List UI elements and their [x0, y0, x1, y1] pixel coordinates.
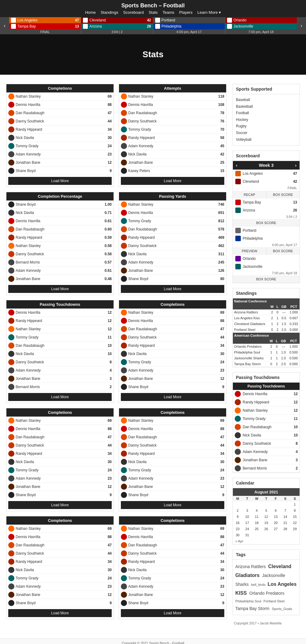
- cal-day[interactable]: 28: [281, 526, 290, 532]
- completions6-load-more[interactable]: Load More: [121, 609, 224, 617]
- calendar-prev[interactable]: « Apr: [233, 538, 300, 544]
- comppct-load-more[interactable]: Load More: [8, 285, 112, 293]
- nav-home[interactable]: Home: [85, 10, 96, 15]
- tag-item[interactable]: bell_birds: [251, 583, 266, 586]
- cal-day[interactable]: 1: [290, 501, 300, 507]
- cal-day[interactable]: 10: [242, 514, 252, 520]
- gb: 2.0: [280, 327, 288, 333]
- nav-stats[interactable]: Stats: [149, 10, 158, 15]
- cal-day[interactable]: 19: [261, 520, 271, 526]
- table-row: Jonathan Bane 25: [119, 159, 226, 167]
- player-score: 8: [96, 358, 114, 366]
- player-score: 34: [209, 450, 226, 458]
- cal-day[interactable]: 27: [271, 526, 281, 532]
- completions5-load-more[interactable]: Load More: [8, 609, 112, 617]
- cal-day[interactable]: 30: [233, 532, 242, 538]
- losses: 2: [275, 327, 280, 333]
- player-icon: [121, 550, 127, 556]
- player-icon: [121, 567, 127, 573]
- player-name: Danny Southwick: [243, 441, 271, 446]
- scoreboard-next-arrow[interactable]: ›: [295, 163, 297, 168]
- attempts-load-more[interactable]: Load More: [121, 177, 224, 185]
- player-icon: [121, 168, 127, 174]
- table-row: Nathan Stanley 118: [119, 92, 226, 101]
- scoreboard-game-btn[interactable]: BOX SCORE: [233, 276, 300, 283]
- cal-day: [252, 532, 261, 538]
- player-icon: [121, 459, 127, 465]
- cal-day[interactable]: 3: [242, 507, 252, 514]
- scoreboard-prev-arrow[interactable]: ‹: [236, 163, 237, 168]
- calendar-month: August 2021: [233, 488, 300, 496]
- ticker-next-arrow[interactable]: ›: [297, 17, 306, 34]
- player-cell: Danny Southwick: [119, 441, 209, 450]
- table-row: Nathan Stanley 69: [119, 525, 226, 533]
- player-name: Shane Boyd: [16, 493, 35, 497]
- calendar-title: Calendar: [233, 478, 300, 488]
- completions4-load-more[interactable]: Load More: [121, 501, 224, 509]
- nav-standings[interactable]: Standings: [101, 10, 118, 15]
- tag-item[interactable]: Tampa Bay Storm: [235, 606, 271, 611]
- cal-day[interactable]: 4: [252, 507, 261, 514]
- cal-day[interactable]: 20: [271, 520, 281, 526]
- scoreboard-game-btn[interactable]: BOX SCORE: [267, 191, 300, 198]
- standings-widget: Standings National Conference WLGBPCTAri…: [233, 288, 300, 367]
- cal-day[interactable]: 21: [281, 520, 290, 526]
- cal-day[interactable]: 26: [261, 526, 271, 532]
- team-name: Philadelphia Soul: [233, 350, 268, 355]
- tag-item[interactable]: Philadelphia Soul: [235, 599, 262, 603]
- losses: 2: [274, 361, 279, 367]
- player-name: Randy Hippeard: [16, 560, 42, 564]
- cal-day[interactable]: 7: [281, 507, 290, 514]
- cal-day[interactable]: 22: [290, 520, 300, 526]
- cal-day[interactable]: 29: [290, 526, 300, 532]
- completions-load-more[interactable]: Load More: [8, 177, 112, 185]
- player-icon: [8, 268, 14, 274]
- nav-players[interactable]: Players: [179, 10, 192, 15]
- tag-item[interactable]: Arizona Rattlers: [235, 564, 267, 569]
- tag-item[interactable]: Orlando Predators: [249, 591, 284, 596]
- cal-day[interactable]: 18: [252, 520, 261, 526]
- nav-teams[interactable]: Teams: [162, 10, 174, 15]
- scoreboard-game-btn[interactable]: BOX SCORE: [267, 248, 300, 254]
- completions3-load-more[interactable]: Load More: [8, 501, 112, 509]
- cal-day[interactable]: 8: [290, 507, 300, 514]
- cal-day: [281, 501, 290, 507]
- cal-day[interactable]: 15: [290, 514, 300, 520]
- scoreboard-game-btn[interactable]: RECAP: [233, 191, 267, 198]
- cal-day[interactable]: 12: [261, 514, 271, 520]
- player-icon: [8, 492, 14, 498]
- player-icon: [121, 135, 127, 141]
- cal-day[interactable]: 2: [233, 507, 242, 514]
- table-row: Shane Boyd 9: [6, 491, 114, 499]
- cal-day[interactable]: 14: [281, 514, 290, 520]
- cal-day[interactable]: 17: [242, 520, 252, 526]
- ticker-prev-arrow[interactable]: ‹: [0, 17, 9, 34]
- completions2-load-more[interactable]: Load More: [121, 393, 224, 401]
- cal-day[interactable]: 9: [233, 514, 242, 520]
- cal-day[interactable]: 23: [233, 526, 242, 532]
- tag-item[interactable]: Portland Steel: [263, 599, 285, 603]
- cal-day[interactable]: 6: [271, 507, 281, 514]
- passingtds-load-more[interactable]: Load More: [8, 393, 112, 401]
- tag-item[interactable]: Sports_Goals: [272, 607, 292, 611]
- cal-day[interactable]: 31: [242, 532, 252, 538]
- cal-day[interactable]: 13: [271, 514, 281, 520]
- nav-learn-more[interactable]: Learn More ▾: [197, 10, 221, 15]
- cal-day[interactable]: 24: [242, 526, 252, 532]
- passingyards-load-more[interactable]: Load More: [121, 285, 224, 293]
- ptd-row: Nick Davila 10: [233, 431, 300, 440]
- cal-day[interactable]: 16: [233, 520, 242, 526]
- team-logo: [235, 171, 241, 176]
- player-score: 24: [209, 574, 226, 582]
- nav-scoreboard[interactable]: Scoreboard: [123, 10, 144, 15]
- player-icon: [121, 376, 127, 382]
- table-row: Dennis Havrilla 88: [119, 425, 226, 433]
- cal-day[interactable]: 25: [252, 526, 261, 532]
- scoreboard-game-btn[interactable]: BOX SCORE: [233, 219, 300, 226]
- cal-day[interactable]: 11: [252, 514, 261, 520]
- player-name: Jonathan Bane: [16, 485, 40, 489]
- cal-day[interactable]: 5: [261, 507, 271, 514]
- player-score: 78: [205, 109, 226, 117]
- scoreboard-game-btn[interactable]: PREVIEW: [233, 248, 267, 254]
- table-row: Dennis Havrilla 88: [6, 101, 114, 109]
